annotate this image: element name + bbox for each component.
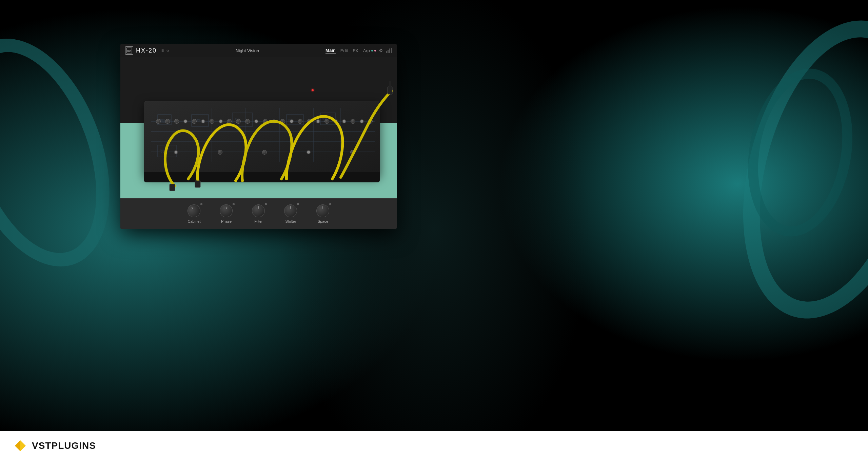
filter-label: Filter [254,219,262,223]
hw-knob-13[interactable] [324,119,329,124]
svg-marker-33 [15,440,20,451]
hw-jack-3[interactable] [219,119,223,123]
hw-jack-1[interactable] [183,119,188,123]
nav-tabs: Main Edit FX Arp [326,47,370,54]
uvi-logo: UVI [125,46,133,55]
nav-arrows-icon[interactable]: ‹› [166,48,169,53]
filter-power-led[interactable] [265,203,267,205]
hw-knob-18[interactable] [350,150,355,155]
tab-arp[interactable]: Arp [363,47,370,54]
cabinet-knob[interactable] [185,202,203,220]
tab-edit[interactable]: Edit [340,47,348,54]
hw-jack-5[interactable] [272,119,276,123]
space-label: Space [318,219,328,223]
hw-jack-11[interactable] [174,150,178,154]
brand-icon [14,439,27,453]
hw-knob-7[interactable] [236,119,241,124]
fx-control-phase: Phase [220,204,233,223]
nav-dots [371,50,376,52]
header-menu-icons: ≡ ‹› [161,48,169,53]
cabinet-power-led[interactable] [200,203,202,205]
fx-control-cabinet: Cabinet [188,204,201,223]
hw-knob-16[interactable] [218,150,222,155]
filter-knob[interactable] [252,204,265,217]
level-bar-2 [388,50,389,53]
fx-control-space: Space [316,204,330,223]
dot-orange [374,50,376,52]
hw-knob-1[interactable] [156,119,161,124]
space-knob[interactable] [316,204,329,217]
tab-fx[interactable]: FX [353,47,358,54]
phase-knob-wrap [220,204,233,218]
hw-jack-2[interactable] [201,119,205,123]
level-bar-4 [391,48,392,53]
hw-knob-2[interactable] [165,119,170,124]
hw-knob-5[interactable] [210,119,214,124]
hamburger-icon[interactable]: ≡ [161,48,164,53]
svg-text:UVI: UVI [127,50,131,52]
hw-jack-12[interactable] [307,150,311,154]
hw-jack-6[interactable] [290,119,294,123]
shifter-power-led[interactable] [297,203,299,205]
hw-knob-11[interactable] [298,119,302,124]
knob-grid [154,106,375,167]
filter-knob-wrap [252,204,265,218]
phase-power-led[interactable] [233,203,235,205]
shifter-label: Shifter [285,219,296,223]
space-power-led[interactable] [329,203,331,205]
hw-knob-12[interactable] [307,119,312,124]
brand-name: VSTPLUGINS [32,440,96,451]
hw-jack-7[interactable] [316,119,320,123]
red-led [312,89,314,91]
level-bars [386,48,392,53]
bottom-bar: VSTPLUGINS [0,431,868,460]
cabinet-label: Cabinet [188,219,201,223]
hw-knob-15[interactable] [368,119,373,124]
header: UVI HX-20 ≡ ‹› Night Vision Main Edit FX… [120,44,397,57]
fx-bar: Cabinet Phase Filter Shifter [120,198,397,229]
phase-label: Phase [221,219,232,223]
hw-jack-10[interactable] [360,119,364,123]
hardware-body: MODULATION GENERATOR CONTROL SH-1 GENERA… [144,101,380,176]
nav-controls: ⚙ [379,48,392,53]
logo-area: UVI HX-20 [125,46,157,55]
dot-green [371,50,373,52]
hw-knob-10[interactable] [280,119,285,124]
phase-knob[interactable] [218,203,233,218]
fx-control-shifter: Shifter [284,204,298,223]
hardware-unit: MODULATION GENERATOR CONTROL SH-1 GENERA… [137,87,380,182]
hw-knob-6[interactable] [227,119,232,124]
hw-knob-8[interactable] [245,119,250,124]
hardware-side [144,172,380,182]
hw-jack-4[interactable] [254,119,258,123]
tab-main[interactable]: Main [326,47,336,54]
gear-icon[interactable]: ⚙ [379,48,383,53]
space-knob-wrap [316,204,330,218]
preset-name: Night Vision [169,48,326,53]
brand-logo: VSTPLUGINS [14,439,96,453]
shifter-knob-wrap [284,204,298,218]
hw-knob-4[interactable] [192,119,197,124]
level-bar-1 [386,51,387,53]
hw-knob-9[interactable] [263,119,268,124]
hw-knob-3[interactable] [174,119,179,124]
fx-control-filter: Filter [252,204,265,223]
shifter-knob[interactable] [284,204,297,217]
cabinet-knob-wrap [188,204,201,218]
level-bar-3 [389,48,390,53]
hw-jack-9[interactable] [342,119,346,123]
hw-knob-17[interactable] [262,150,267,155]
hw-jack-8[interactable] [334,119,338,123]
main-content: MODULATION GENERATOR CONTROL SH-1 GENERA… [120,57,397,203]
plugin-title: HX-20 [136,47,157,54]
hw-knob-14[interactable] [351,119,355,124]
plugin-window: UVI HX-20 ≡ ‹› Night Vision Main Edit FX… [120,44,397,229]
